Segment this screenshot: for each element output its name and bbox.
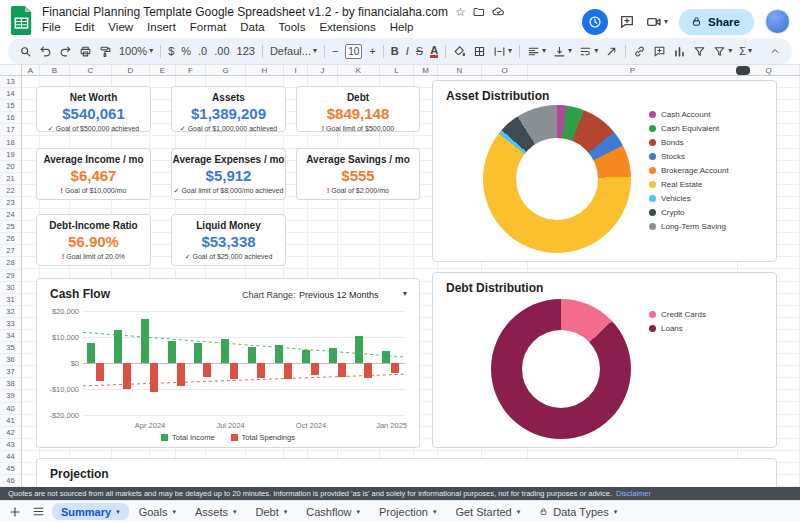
format-percent-button[interactable]: % (178, 41, 194, 61)
decrease-font-size-button[interactable]: − (329, 41, 341, 61)
share-button[interactable]: Share (679, 9, 754, 35)
row-header-44[interactable]: 44 (0, 451, 21, 463)
menu-insert[interactable]: Insert (140, 20, 183, 34)
row-header-35[interactable]: 35 (0, 342, 21, 354)
create-filter-icon[interactable] (690, 41, 709, 61)
row-header-33[interactable]: 33 (0, 318, 21, 330)
font-size-input[interactable]: 10 (342, 41, 365, 61)
row-header-43[interactable]: 43 (0, 439, 21, 451)
row-header-41[interactable]: 41 (0, 415, 21, 427)
borders-icon[interactable] (470, 41, 489, 61)
row-header-14[interactable]: 14 (0, 88, 21, 100)
text-color-button[interactable]: A (427, 41, 441, 61)
meet-icon[interactable]: ▾ (646, 14, 668, 30)
row-header-21[interactable]: 21 (0, 173, 21, 185)
row-header-40[interactable]: 40 (0, 403, 21, 415)
card-debt-income-ratio[interactable]: Debt-Income Ratio56.90%! Goal limit of 2… (36, 214, 151, 266)
menu-format[interactable]: Format (183, 20, 233, 34)
merge-cells-icon[interactable]: ▾ (490, 41, 515, 61)
column-header-c[interactable]: C (70, 65, 112, 75)
column-header-k[interactable]: K (338, 65, 380, 75)
row-header-18[interactable]: 18 (0, 136, 21, 148)
italic-button[interactable]: I (403, 41, 412, 61)
insert-link-icon[interactable] (630, 41, 649, 61)
row-header-25[interactable]: 25 (0, 221, 21, 233)
collapse-toolbar-icon[interactable] (766, 41, 784, 61)
row-header-27[interactable]: 27 (0, 245, 21, 257)
row-header-19[interactable]: 19 (0, 149, 21, 161)
bold-button[interactable]: B (388, 41, 402, 61)
undo-icon[interactable] (36, 41, 55, 61)
tab-goals[interactable]: Goals▾ (130, 503, 185, 520)
column-header-m[interactable]: M (414, 65, 438, 75)
redo-icon[interactable] (56, 41, 75, 61)
tab-summary[interactable]: Summary▾ (52, 503, 129, 520)
row-header-22[interactable]: 22 (0, 185, 21, 197)
disclaimer-link[interactable]: Disclaimer (616, 489, 651, 498)
column-header-d[interactable]: D (112, 65, 150, 75)
increase-font-size-button[interactable]: + (366, 41, 378, 61)
font-select[interactable]: Defaul...▾ (267, 41, 320, 61)
menu-view[interactable]: View (101, 20, 140, 34)
column-header-f[interactable]: F (176, 65, 206, 75)
card-assets[interactable]: Assets$1,389,209✓ Goal of $1,000,000 ach… (171, 86, 286, 132)
filter-views-icon[interactable]: ▾ (710, 41, 735, 61)
menu-help[interactable]: Help (383, 20, 421, 34)
column-header-l[interactable]: L (380, 65, 414, 75)
row-header-38[interactable]: 38 (0, 378, 21, 390)
row-header-23[interactable]: 23 (0, 197, 21, 209)
chart-range-select[interactable]: Previous 12 Months (299, 290, 379, 300)
row-header-29[interactable]: 29 (0, 270, 21, 282)
column-header-h[interactable]: H (246, 65, 284, 75)
tab-debt[interactable]: Debt▾ (246, 503, 296, 520)
move-icon[interactable] (473, 6, 485, 18)
more-formats-button[interactable]: 123 (234, 41, 258, 61)
card-liquid-money[interactable]: Liquid Money$53,338✓ Goal of $25,000 ach… (171, 214, 286, 266)
menu-edit[interactable]: Edit (68, 20, 102, 34)
column-header-g[interactable]: G (206, 65, 246, 75)
avatar[interactable] (765, 9, 790, 34)
all-sheets-button[interactable] (27, 503, 49, 521)
row-header-30[interactable]: 30 (0, 282, 21, 294)
card-debt[interactable]: Debt$849,148! Goal limit of $500,000 (296, 86, 420, 132)
cloud-status-icon[interactable] (492, 5, 505, 18)
card-net-worth[interactable]: Net Worth$540,061✓ Goal of $500,000 achi… (36, 86, 151, 132)
row-header-24[interactable]: 24 (0, 209, 21, 221)
column-header-j[interactable]: J (308, 65, 338, 75)
debt-distribution-donut[interactable] (491, 299, 631, 439)
sheet-canvas[interactable]: Asset Distribution Cash AccountCash Equi… (22, 76, 800, 487)
tab-projection[interactable]: Projection▾ (370, 503, 445, 520)
tab-get-started[interactable]: Get Started▾ (446, 503, 529, 520)
row-header-39[interactable]: 39 (0, 390, 21, 402)
row-header-46[interactable]: 46 (0, 475, 21, 487)
row-header-16[interactable]: 16 (0, 112, 21, 124)
zoom-select[interactable]: 100%▾ (116, 41, 156, 61)
cash-flow-chart[interactable] (83, 311, 405, 415)
sheets-logo-icon[interactable] (10, 5, 33, 35)
star-icon[interactable]: ☆ (455, 5, 466, 19)
row-header-37[interactable]: 37 (0, 366, 21, 378)
menu-tools[interactable]: Tools (272, 20, 313, 34)
row-header-17[interactable]: 17 (0, 124, 21, 136)
select-all-corner[interactable] (0, 65, 22, 75)
row-header-20[interactable]: 20 (0, 161, 21, 173)
card-average-income-mo[interactable]: Average Income / mo$6,467! Goal of $10,0… (36, 148, 151, 200)
horizontal-align-icon[interactable]: ▾ (524, 41, 549, 61)
comments-icon[interactable] (619, 14, 635, 30)
column-header-e[interactable]: E (150, 65, 176, 75)
row-header-31[interactable]: 31 (0, 294, 21, 306)
text-rotate-icon[interactable] (602, 41, 621, 61)
row-header-28[interactable]: 28 (0, 257, 21, 269)
history-icon[interactable] (582, 9, 608, 35)
asset-distribution-donut[interactable] (483, 105, 631, 253)
tab-data-types[interactable]: Data Types▾ (530, 503, 626, 520)
card-average-expenses-mo[interactable]: Average Expenses / mo$5,912✓ Goal limit … (171, 148, 286, 200)
decrease-decimal-button[interactable]: .0 (195, 41, 210, 61)
row-header-45[interactable]: 45 (0, 463, 21, 475)
column-header-o[interactable]: O (482, 65, 528, 75)
row-header-13[interactable]: 13 (0, 76, 21, 88)
row-header-36[interactable]: 36 (0, 354, 21, 366)
menu-extensions[interactable]: Extensions (312, 20, 382, 34)
column-header-b[interactable]: B (40, 65, 70, 75)
vertical-align-icon[interactable]: ▾ (550, 41, 575, 61)
